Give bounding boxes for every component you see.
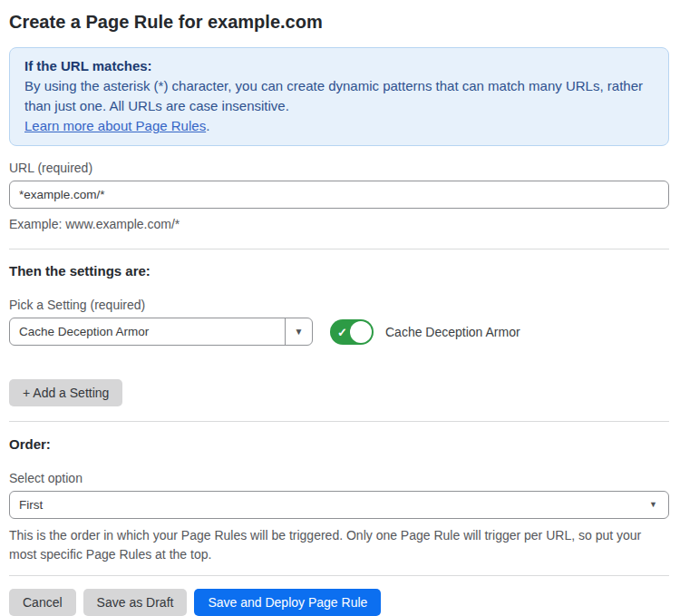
info-link-line: Learn more about Page Rules. <box>24 116 654 136</box>
setting-select-value: Cache Deception Armor <box>10 318 285 345</box>
setting-select-arrow-button[interactable]: ▼ <box>285 318 312 345</box>
order-select-label: Select option <box>9 471 669 485</box>
chevron-down-icon: ▼ <box>295 328 304 337</box>
divider <box>9 249 669 249</box>
check-icon: ✓ <box>337 325 347 338</box>
chevron-down-icon: ▼ <box>649 501 657 509</box>
link-suffix: . <box>206 118 209 133</box>
setting-select[interactable]: Cache Deception Armor ▼ <box>9 318 313 346</box>
order-select[interactable]: First ▼ <box>9 491 669 519</box>
order-helper-text: This is the order in which your Page Rul… <box>9 526 669 564</box>
setting-row: Cache Deception Armor ▼ ✓ Cache Deceptio… <box>9 318 669 346</box>
order-select-value: First <box>19 498 43 512</box>
url-match-info-box: If the URL matches: By using the asteris… <box>9 47 669 146</box>
cancel-button[interactable]: Cancel <box>9 589 76 616</box>
pick-setting-label: Pick a Setting (required) <box>9 298 669 312</box>
order-section-heading: Order: <box>9 436 669 453</box>
save-as-draft-button[interactable]: Save as Draft <box>83 589 188 616</box>
divider <box>9 575 669 576</box>
save-and-deploy-button[interactable]: Save and Deploy Page Rule <box>194 589 381 616</box>
toggle-knob <box>350 321 372 343</box>
divider <box>9 421 669 422</box>
page-rule-form: Create a Page Rule for example.com If th… <box>0 11 680 616</box>
footer-actions: Cancel Save as Draft Save and Deploy Pag… <box>9 589 669 616</box>
page-title: Create a Page Rule for example.com <box>9 11 669 33</box>
learn-more-link[interactable]: Learn more about Page Rules <box>24 118 206 133</box>
toggle-label: Cache Deception Armor <box>385 325 520 339</box>
info-box-body: By using the asterisk (*) character, you… <box>24 76 654 116</box>
url-example-helper: Example: www.example.com/* <box>9 215 669 234</box>
settings-section-heading: Then the settings are: <box>9 263 669 279</box>
add-setting-button[interactable]: + Add a Setting <box>9 379 122 406</box>
info-box-heading: If the URL matches: <box>24 56 654 76</box>
url-field-label: URL (required) <box>9 161 669 175</box>
cache-deception-armor-toggle[interactable]: ✓ <box>330 319 374 345</box>
url-input[interactable] <box>9 181 669 209</box>
